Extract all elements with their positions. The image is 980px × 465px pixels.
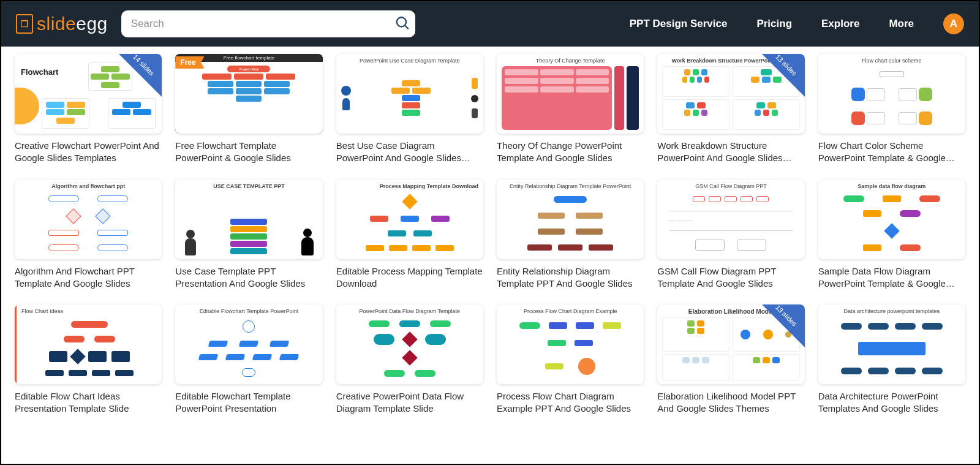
template-title: Entity Relationship Diagram Template PPT…	[497, 265, 644, 290]
logo[interactable]: ❐ slideegg	[16, 13, 108, 34]
template-title: Use Case Template PPT Presentation And G…	[175, 265, 322, 290]
thumb-heading: GSM Call Flow Diagram PPT	[662, 183, 799, 189]
template-title: Elaboration Likelihood Model PPT And Goo…	[657, 390, 804, 415]
template-card[interactable]: Data architecture powerpoint templates D…	[818, 304, 965, 415]
search	[121, 10, 415, 37]
svg-line-1	[405, 26, 408, 29]
slides-ribbon: 13 slides	[762, 304, 805, 347]
template-thumb: Entity Relationship Diagram Template Pow…	[497, 180, 644, 259]
nav-explore[interactable]: Explore	[821, 18, 859, 30]
search-icon	[394, 15, 410, 31]
ribbon-text: 14 slides	[132, 54, 156, 77]
template-thumb: Flow Chart Ideas	[15, 304, 162, 384]
template-card[interactable]: Free flowchart template Project Risk Fre…	[175, 54, 322, 165]
thumb-heading: Entity Relationship Diagram Template Pow…	[502, 183, 639, 189]
template-title: Free Flowchart Template PowerPoint & Goo…	[175, 140, 322, 165]
template-title: Editable Flow Chart Ideas Presentation T…	[15, 390, 162, 415]
template-thumb: Sample data flow diagram	[818, 180, 965, 259]
search-button[interactable]	[394, 15, 410, 33]
thumb-heading: PowerPoint Use Case Diagram Template	[341, 58, 478, 64]
template-thumb: Elaboration Likelihood Model 13 slides	[657, 304, 804, 384]
template-title: Creative PowerPoint Data Flow Diagram Te…	[336, 390, 483, 415]
svg-point-0	[397, 17, 406, 26]
template-thumb: Editable Flowchart Template PowerPoint	[175, 304, 322, 384]
template-card[interactable]: Editable Flowchart Template PowerPoint E…	[175, 304, 322, 415]
thumb-heading: Editable Flowchart Template PowerPoint	[180, 308, 317, 314]
thumb-heading: Theory Of Change Template	[502, 58, 639, 64]
template-thumb: Flowchart 14 slides	[15, 54, 162, 134]
template-thumb: Algorithm and flowchart ppt	[15, 180, 162, 259]
nav-more[interactable]: More	[889, 18, 914, 30]
thumb-heading: Flow Chart Ideas	[21, 308, 157, 314]
template-card[interactable]: Process Flow Chart Diagram Example Proce…	[497, 304, 644, 415]
template-thumb: Theory Of Change Template	[497, 54, 644, 134]
template-card[interactable]: PowerPoint Data Flow Diagram Template Cr…	[336, 304, 483, 415]
slides-ribbon: 13 slides	[762, 54, 805, 97]
template-title: Flow Chart Color Scheme PowerPoint Templ…	[818, 140, 965, 165]
logo-icon: ❐	[16, 14, 33, 34]
ribbon-text: 13 slides	[774, 304, 798, 328]
thumb-heading: Data architecture powerpoint templates	[823, 308, 960, 314]
template-grid: Flowchart 14 slides Creative Flowchart P…	[1, 47, 979, 423]
thumb-heading: Algorithm and flowchart ppt	[20, 183, 157, 189]
template-card[interactable]: Elaboration Likelihood Model 13 slides E…	[657, 304, 804, 415]
template-card[interactable]: Flow Chart Ideas Editable Flow Chart Ide…	[15, 304, 162, 415]
template-card[interactable]: GSM Call Flow Diagram PPT —— —— —— GSM C…	[657, 180, 804, 290]
template-card[interactable]: Sample data flow diagram Sample Data Flo…	[818, 180, 965, 290]
template-card[interactable]: Flow chart color scheme Flow Chart Color…	[818, 54, 965, 165]
template-title: Algorithm And Flowchart PPT Template And…	[15, 265, 162, 290]
template-card[interactable]: Entity Relationship Diagram Template Pow…	[497, 180, 644, 290]
template-thumb: GSM Call Flow Diagram PPT —— —— ——	[657, 180, 804, 259]
thumb-heading: Process Flow Chart Diagram Example	[502, 308, 639, 314]
search-input[interactable]	[121, 10, 415, 37]
template-title: Work Breakdown Structure PowerPoint And …	[657, 140, 804, 165]
template-title: Theory Of Change PowerPoint Template And…	[497, 140, 644, 165]
thumb-heading: Sample data flow diagram	[823, 183, 960, 189]
avatar[interactable]: A	[943, 13, 964, 34]
template-card[interactable]: Work Breakdown Structure PowerPoint Temp…	[657, 54, 804, 165]
template-thumb: Process Mapping Template Download	[336, 180, 483, 259]
thumb-heading: PowerPoint Data Flow Diagram Template	[341, 308, 478, 314]
template-card[interactable]: Flowchart 14 slides Creative Flowchart P…	[15, 54, 162, 165]
template-title: Creative Flowchart PowerPoint And Google…	[15, 140, 162, 165]
template-card[interactable]: PowerPoint Use Case Diagram Template	[336, 54, 483, 165]
template-thumb: Work Breakdown Structure PowerPoint Temp…	[657, 54, 804, 134]
template-card[interactable]: Process Mapping Template Download Editab…	[336, 180, 483, 290]
slides-ribbon: 14 slides	[119, 54, 162, 97]
nav: PPT Design Service Pricing Explore More …	[630, 13, 964, 34]
header: ❐ slideegg PPT Design Service Pricing Ex…	[1, 1, 979, 47]
nav-pricing[interactable]: Pricing	[756, 18, 792, 30]
template-card[interactable]: Theory Of Change Template Theory Of Chan…	[497, 54, 644, 165]
nav-design[interactable]: PPT Design Service	[630, 18, 728, 30]
template-thumb: Process Flow Chart Diagram Example	[497, 304, 644, 384]
template-thumb: PowerPoint Data Flow Diagram Template	[336, 304, 483, 384]
template-thumb: USE CASE TEMPLATE PPT	[175, 180, 322, 259]
template-thumb: Data architecture powerpoint templates	[818, 304, 965, 384]
template-thumb: Free flowchart template Project Risk Fre…	[175, 54, 322, 134]
thumb-heading: USE CASE TEMPLATE PPT	[180, 183, 317, 189]
template-thumb: PowerPoint Use Case Diagram Template	[336, 54, 483, 134]
template-title: Data Architecture PowerPoint Templates A…	[818, 390, 965, 415]
template-title: Process Flow Chart Diagram Example PPT A…	[497, 390, 644, 415]
template-title: Editable Flowchart Template PowerPoint P…	[175, 390, 322, 415]
ribbon-text: 13 slides	[774, 54, 798, 77]
logo-text-egg: egg	[76, 13, 108, 34]
free-badge: Free	[175, 56, 204, 69]
thumb-heading: Process Mapping Template Download	[341, 183, 478, 189]
template-card[interactable]: Algorithm and flowchart ppt Algorithm An…	[15, 180, 162, 290]
logo-text: slideegg	[37, 13, 108, 34]
thumb-sub: Project Risk	[227, 66, 270, 72]
template-title: Sample Data Flow Diagram PowerPoint Temp…	[818, 265, 965, 290]
logo-text-slide: slide	[37, 13, 76, 34]
template-thumb: Flow chart color scheme	[818, 54, 965, 134]
template-title: Best Use Case Diagram PowerPoint And Goo…	[336, 140, 483, 165]
template-title: Editable Process Mapping Template Downlo…	[336, 265, 483, 290]
template-card[interactable]: USE CASE TEMPLATE PPT Use Case Template …	[175, 180, 322, 290]
thumb-heading: Flowchart	[21, 67, 58, 77]
thumb-heading: Flow chart color scheme	[823, 58, 960, 64]
template-title: GSM Call Flow Diagram PPT Template And G…	[657, 265, 804, 290]
